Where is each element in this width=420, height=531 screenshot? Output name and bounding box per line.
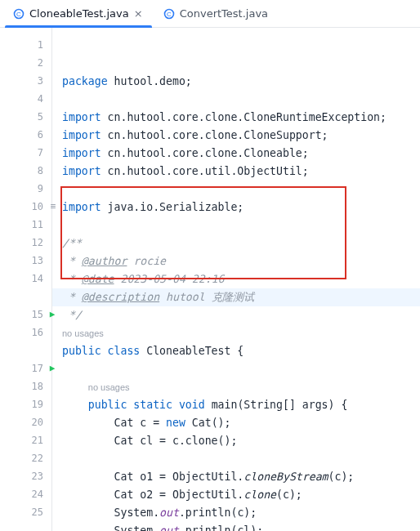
gutter-line[interactable]: 10≡ <box>0 198 51 216</box>
code-line[interactable]: /** <box>52 234 420 252</box>
code-line[interactable] <box>52 450 420 468</box>
gutter-line[interactable]: 1 <box>0 36 51 54</box>
token-tag: @date <box>82 273 114 285</box>
gutter-line[interactable]: 14 <box>0 270 51 288</box>
token-text: cn.hutool.core.clone.CloneRuntimeExcepti… <box>108 111 386 123</box>
gutter-line[interactable]: 5 <box>0 108 51 126</box>
gutter-line[interactable]: 25 <box>0 503 51 521</box>
code-line[interactable] <box>52 216 420 234</box>
gutter-line[interactable]: 17▶ <box>0 359 51 377</box>
code-line[interactable] <box>52 360 420 378</box>
token-fn-i: clone <box>244 489 276 501</box>
token-text: System. <box>62 524 159 531</box>
code-line[interactable]: import cn.hutool.core.clone.CloneSupport… <box>52 127 420 145</box>
gutter-line[interactable]: 21 <box>0 431 51 449</box>
token-str-dim: hutool 克隆测试 <box>159 291 254 303</box>
line-number-gutter[interactable]: 12345678910≡1112131415▶1617▶181920212223… <box>0 28 52 531</box>
gutter-line[interactable]: 24 <box>0 485 51 503</box>
gutter-line[interactable]: 2 <box>0 54 51 72</box>
token-text: java.io.Serializable; <box>108 201 244 213</box>
gutter-line[interactable]: 4 <box>0 90 51 108</box>
token-cmt: * <box>62 291 82 303</box>
token-text: cn.hutool.core.clone.Cloneable; <box>108 147 309 159</box>
token-kw: public static void <box>88 399 212 411</box>
token-fn-i: cloneByStream <box>244 471 328 483</box>
gutter-line[interactable]: 11 <box>0 216 51 234</box>
token-text: CloneableTest { <box>146 345 244 357</box>
gutter-line[interactable]: 20 <box>0 413 51 431</box>
code-line[interactable] <box>52 91 420 109</box>
class-file-icon: C <box>163 8 175 20</box>
gutter-line[interactable]: 18 <box>0 377 51 395</box>
token-text: .println(cl); <box>179 524 263 531</box>
token-kw: import <box>62 165 108 177</box>
gutter-line[interactable]: 6 <box>0 126 51 144</box>
token-text <box>62 381 88 393</box>
code-line[interactable]: */ <box>52 306 420 324</box>
code-line[interactable]: System.out.println(cl); <box>52 522 420 531</box>
token-kw: public class <box>62 345 146 357</box>
code-line[interactable]: package hutool.demo; <box>52 73 420 91</box>
token-text <box>62 399 88 411</box>
gutter-line[interactable]: 12 <box>0 234 51 252</box>
token-cmt: /** <box>62 237 82 249</box>
token-kw: import <box>62 111 108 123</box>
gutter-line[interactable]: 15▶ <box>0 306 51 324</box>
code-line[interactable]: Cat cl = c.clone(); <box>52 432 420 450</box>
token-text: (c); <box>328 471 355 483</box>
svg-text:C: C <box>16 11 21 18</box>
code-line[interactable]: * @author rocie <box>52 252 420 270</box>
close-tab-icon[interactable]: × <box>134 7 144 20</box>
token-kw: import <box>62 147 108 159</box>
token-cmt: * <box>62 255 82 267</box>
code-line[interactable]: import cn.hutool.core.util.ObjectUtil; <box>52 163 420 181</box>
token-text: cn.hutool.core.util.ObjectUtil; <box>108 165 309 177</box>
token-cmt: * <box>62 273 82 285</box>
token-text: cn.hutool.core.clone.CloneSupport; <box>108 129 328 141</box>
class-file-icon: C <box>13 8 25 20</box>
token-str-dim: rocie <box>127 255 166 267</box>
token-kw: import <box>62 201 108 213</box>
code-line[interactable]: import cn.hutool.core.clone.CloneRuntime… <box>52 109 420 127</box>
token-text: (c); <box>276 489 302 501</box>
code-line[interactable] <box>52 181 420 199</box>
gutter-line[interactable]: 13 <box>0 252 51 270</box>
code-line[interactable]: Cat c = new Cat(); <box>52 414 420 432</box>
code-area[interactable]: package hutool.demo;import cn.hutool.cor… <box>52 28 420 531</box>
code-line[interactable]: import cn.hutool.core.clone.Cloneable; <box>52 145 420 163</box>
code-line[interactable]: Cat o1 = ObjectUtil.cloneByStream(c); <box>52 468 420 486</box>
gutter-line[interactable]: 22 <box>0 449 51 467</box>
token-cmt: */ <box>62 309 82 321</box>
gutter-line[interactable]: 19 <box>0 395 51 413</box>
svg-text:C: C <box>167 11 172 18</box>
token-fld: out <box>159 506 179 519</box>
code-line[interactable]: public class CloneableTest { <box>52 342 420 360</box>
gutter-line[interactable]: 8 <box>0 162 51 180</box>
code-line[interactable]: * @description hutool 克隆测试 <box>52 288 420 306</box>
code-line[interactable]: import java.io.Serializable; <box>52 199 420 216</box>
token-text: Cat o2 = ObjectUtil. <box>62 489 244 501</box>
token-kw: new <box>166 417 192 429</box>
token-text: Cat(); <box>192 417 231 429</box>
gutter-line[interactable]: 9 <box>0 180 51 198</box>
code-line[interactable]: no usages <box>52 324 420 342</box>
tab-label: CloneableTest.java <box>29 7 129 20</box>
tab-converttest[interactable]: C ConvertTest.java <box>155 0 276 27</box>
code-line[interactable]: System.out.println(c); <box>52 504 420 522</box>
code-line[interactable]: * @date 2023-05-04 22:16 <box>52 270 420 288</box>
code-line[interactable]: Cat o2 = ObjectUtil.clone(c); <box>52 486 420 504</box>
gutter-line[interactable]: 7 <box>0 144 51 162</box>
code-line[interactable]: no usages <box>52 378 420 396</box>
tab-cloneabletest[interactable]: C CloneableTest.java × <box>5 0 152 27</box>
token-usages: no usages <box>62 328 104 338</box>
code-editor: 12345678910≡1112131415▶1617▶181920212223… <box>0 28 420 531</box>
gutter-line[interactable] <box>0 341 51 359</box>
token-tag: @author <box>82 255 127 267</box>
token-usages: no usages <box>88 382 130 392</box>
gutter-line[interactable]: 16 <box>0 324 51 341</box>
code-line[interactable]: public static void main(String[] args) { <box>52 396 420 414</box>
gutter-line[interactable]: 3 <box>0 72 51 90</box>
gutter-line[interactable]: 23 <box>0 467 51 485</box>
gutter-line[interactable] <box>0 288 51 306</box>
token-text: main(String[] args) { <box>212 399 348 411</box>
